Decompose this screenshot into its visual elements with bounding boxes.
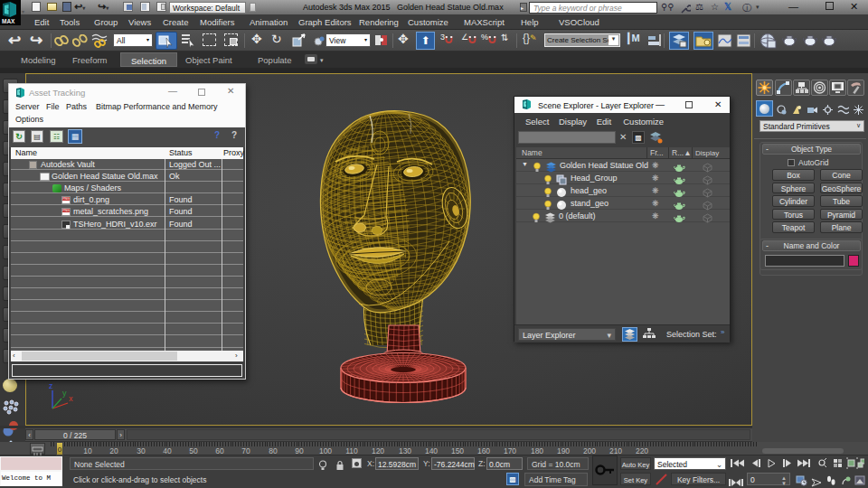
svg-text:x: x	[69, 394, 73, 403]
svg-text:z: z	[49, 381, 53, 390]
svg-text:y: y	[62, 389, 67, 398]
